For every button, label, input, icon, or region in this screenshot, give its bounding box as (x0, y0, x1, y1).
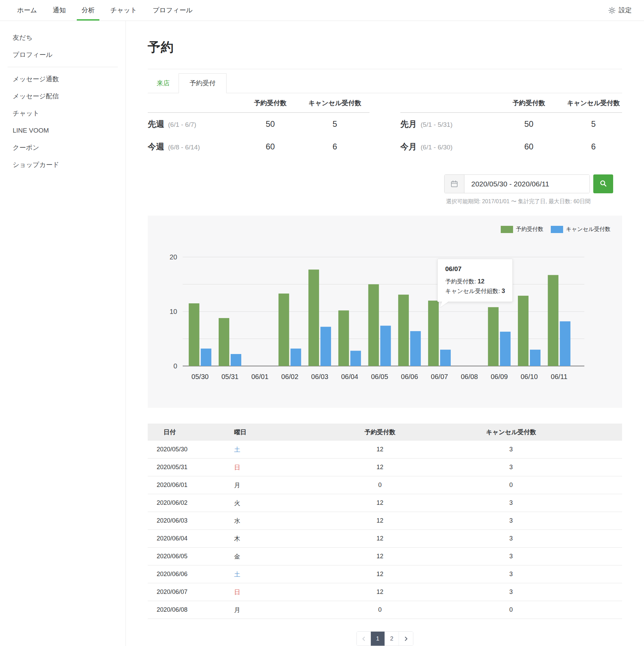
cell-weekday: 日 (227, 463, 295, 472)
summary-cancelled-count: 6 (565, 142, 622, 151)
settings-button[interactable]: 設定 (608, 0, 632, 21)
chevron-right-icon (404, 636, 408, 641)
page-button-2[interactable]: 2 (385, 632, 399, 646)
cell-reserved: 12 (295, 588, 465, 596)
cell-date: 2020/06/05 (148, 553, 227, 560)
summary-header-row: 予約受付数キャンセル受付数 (400, 93, 622, 113)
cell-weekday: 土 (227, 570, 295, 578)
legend-swatch (501, 226, 513, 233)
svg-text:06/01: 06/01 (251, 373, 268, 380)
summary-row-label: 今月 (6/1 - 6/30) (400, 141, 493, 152)
cell-date: 2020/06/03 (148, 517, 227, 524)
summary-row-label: 先月 (5/1 - 5/31) (400, 119, 493, 130)
cell-date: 2020/06/08 (148, 606, 227, 613)
summary-header-spacer (400, 99, 493, 108)
page-title: 予約 (148, 39, 622, 56)
table-row: 2020/06/06土123 (148, 565, 622, 583)
cell-cancelled: 0 (465, 606, 557, 613)
calendar-icon[interactable] (445, 175, 464, 193)
svg-text:06/06: 06/06 (401, 373, 418, 380)
summary-row: 先週 (6/1 - 6/7)505 (148, 113, 369, 135)
svg-text:20: 20 (170, 253, 177, 261)
nav-item-プロフィール[interactable]: プロフィール (148, 0, 197, 21)
sidebar-item-LINE VOOM[interactable]: LINE VOOM (0, 122, 125, 139)
cell-date: 2020/05/30 (148, 446, 227, 453)
summary-stats: 予約受付数キャンセル受付数先週 (6/1 - 6/7)505今週 (6/8 - … (148, 93, 622, 158)
sidebar-item-メッセージ配信[interactable]: メッセージ配信 (0, 88, 125, 105)
cell-reserved: 12 (295, 499, 465, 507)
svg-text:06/04: 06/04 (341, 373, 358, 380)
table-header-予約受付数: 予約受付数 (295, 428, 465, 436)
tab-予約受付[interactable]: 予約受付 (179, 73, 227, 93)
svg-text:06/07: 06/07 (431, 373, 448, 380)
summary-reserved-count: 50 (240, 119, 300, 129)
summary-row: 今月 (6/1 - 6/30)606 (400, 135, 622, 158)
cell-cancelled: 3 (465, 588, 557, 596)
nav-item-チャット[interactable]: チャット (106, 0, 142, 21)
cell-cancelled: 3 (465, 446, 557, 453)
page-button-1[interactable]: 1 (371, 632, 385, 646)
bar-chart: 0102005/3005/3106/0106/0206/0306/0406/05… (159, 239, 610, 391)
tooltip-value: 3 (501, 288, 505, 294)
cell-cancelled: 3 (465, 535, 557, 542)
sidebar-item-チャット[interactable]: チャット (0, 105, 125, 122)
tab-来店[interactable]: 来店 (148, 74, 179, 93)
nav-item-通知[interactable]: 通知 (48, 0, 71, 21)
search-button[interactable] (593, 174, 613, 193)
nav-item-ホーム[interactable]: ホーム (12, 0, 42, 21)
svg-text:06/10: 06/10 (521, 373, 538, 380)
tooltip-line: 予約受付数: 12 (445, 277, 505, 287)
next-page-button[interactable] (399, 632, 413, 646)
summary-row: 先月 (5/1 - 5/31)505 (400, 113, 622, 135)
sidebar-item-友だち[interactable]: 友だち (0, 29, 125, 46)
table-row: 2020/06/07日123 (148, 583, 622, 601)
table-row: 2020/06/08月00 (148, 601, 622, 619)
date-range-input[interactable] (464, 175, 590, 193)
tooltip-date: 06/07 (445, 265, 505, 273)
table-row: 2020/06/02火123 (148, 494, 622, 512)
svg-text:05/31: 05/31 (221, 373, 239, 380)
nav-item-分析[interactable]: 分析 (77, 0, 99, 21)
table-row: 2020/06/03水123 (148, 512, 622, 530)
sidebar-item-メッセージ通数[interactable]: メッセージ通数 (0, 71, 125, 88)
sidebar-item-クーポン[interactable]: クーポン (0, 139, 125, 156)
sidebar-item-ショップカード[interactable]: ショップカード (0, 156, 125, 173)
sidebar: 友だちプロフィールメッセージ通数メッセージ配信チャットLINE VOOMクーポン… (0, 21, 126, 646)
cell-reserved: 12 (295, 535, 465, 542)
svg-text:06/05: 06/05 (371, 373, 388, 380)
tab-bar: 来店予約受付 (148, 73, 622, 93)
summary-row-range: (5/1 - 5/31) (419, 121, 452, 128)
legend-label: キャンセル受付数 (566, 226, 610, 233)
sidebar-item-プロフィール[interactable]: プロフィール (0, 46, 125, 63)
chart-panel: 予約受付数キャンセル受付数 0102005/3005/3106/0106/020… (148, 216, 622, 408)
top-nav-items: ホーム通知分析チャットプロフィール (12, 0, 204, 21)
cell-cancelled: 3 (465, 499, 557, 507)
svg-text:06/11: 06/11 (551, 373, 568, 380)
cell-date: 2020/05/31 (148, 464, 227, 471)
cell-reserved: 12 (295, 464, 465, 471)
summary-cancelled-count: 5 (565, 119, 622, 129)
cell-cancelled: 3 (465, 553, 557, 560)
cell-date: 2020/06/07 (148, 588, 227, 596)
legend-swatch (551, 226, 563, 233)
date-range-picker (444, 174, 590, 193)
cell-reserved: 0 (295, 606, 465, 613)
cell-reserved: 12 (295, 571, 465, 578)
main-content: 予約 来店予約受付 予約受付数キャンセル受付数先週 (6/1 - 6/7)505… (126, 21, 644, 646)
summary-row-range: (6/8 - 6/14) (166, 144, 200, 151)
prev-page-button[interactable] (357, 632, 371, 646)
cell-date: 2020/06/01 (148, 482, 227, 489)
tooltip-line: キャンセル受付組数: 3 (445, 287, 505, 296)
legend-item-キャンセル受付数: キャンセル受付数 (551, 226, 610, 233)
summary-col-header: キャンセル受付数 (300, 99, 369, 108)
date-picker-note: 選択可能期間: 2017/01/01 〜 集計完了日, 最大日数: 60日間 (148, 198, 622, 205)
cell-weekday: 金 (227, 552, 295, 561)
summary-reserved-count: 60 (240, 142, 300, 151)
settings-label: 設定 (619, 6, 632, 15)
table-row: 2020/06/04木123 (148, 530, 622, 548)
summary-row-label: 今週 (6/8 - 6/14) (148, 141, 240, 152)
table-row: 2020/05/31日123 (148, 459, 622, 476)
summary-cancelled-count: 6 (300, 142, 369, 151)
svg-text:06/02: 06/02 (281, 373, 299, 380)
summary-table: 予約受付数キャンセル受付数先週 (6/1 - 6/7)505今週 (6/8 - … (148, 93, 369, 158)
